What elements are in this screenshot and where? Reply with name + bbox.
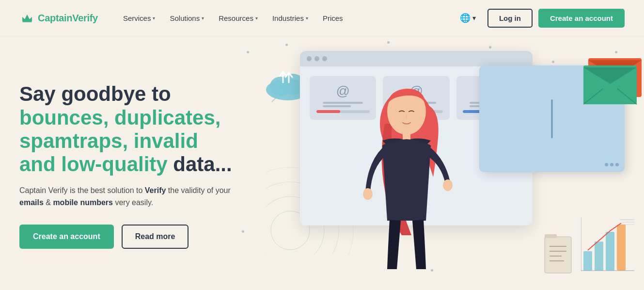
- hero-section: Say goodbye to bounces, duplicates, spam…: [0, 36, 644, 290]
- nav-prices[interactable]: Prices: [317, 10, 349, 26]
- hero-content: Say goodbye to bounces, duplicates, spam…: [19, 82, 233, 248]
- hero-desc-emails: emails: [19, 198, 44, 207]
- logo-icon: [19, 10, 35, 26]
- at-symbol-1: @: [336, 83, 349, 99]
- browser-dot-3: [322, 56, 327, 61]
- hero-desc-and: &: [44, 198, 53, 207]
- hero-title-line1: Say goodbye to: [19, 82, 171, 105]
- nav-services-label: Services: [123, 14, 151, 22]
- monitor-dot-2: [610, 163, 613, 166]
- header-left: CaptainVerify Services ▾ Solutions ▾ Res…: [19, 10, 349, 26]
- language-selector[interactable]: 🌐 ▾: [454, 9, 482, 27]
- browser-dot-2: [314, 56, 319, 61]
- deco-dot-5: [552, 61, 554, 63]
- svg-rect-18: [583, 251, 592, 271]
- login-button[interactable]: Log in: [487, 9, 533, 28]
- monitor-line: [551, 99, 553, 138]
- hero-title-line3: spamtraps, invalid: [19, 129, 198, 152]
- nav-resources-chevron: ▾: [255, 16, 258, 21]
- globe-icon: 🌐: [460, 13, 471, 23]
- progress-bar-1: [316, 110, 340, 113]
- nav-resources[interactable]: Resources ▾: [213, 10, 264, 26]
- hero-illustration: @ @: [237, 36, 644, 290]
- svg-rect-21: [617, 225, 626, 271]
- hero-title-line2: bounces, duplicates,: [19, 106, 220, 129]
- deco-dot-7: [242, 230, 244, 233]
- chart-illustration: [581, 217, 639, 275]
- browser-bar: [300, 51, 533, 66]
- hero-desc-mobile: mobile numbers: [53, 198, 113, 207]
- header-right: 🌐 ▾ Log in Create an account: [454, 9, 625, 28]
- lang-chevron: ▾: [472, 14, 476, 22]
- read-more-button[interactable]: Read more: [122, 225, 189, 249]
- hero-title-data: data...: [173, 153, 232, 176]
- svg-point-15: [443, 179, 453, 191]
- deco-dot-8: [431, 269, 433, 272]
- create-account-button-header[interactable]: Create an account: [538, 9, 625, 28]
- nav-solutions[interactable]: Solutions ▾: [164, 10, 210, 26]
- monitor-dot-3: [615, 163, 619, 166]
- nav-industries[interactable]: Industries ▾: [267, 10, 314, 26]
- document-illustration: [540, 232, 579, 280]
- svg-rect-0: [22, 21, 31, 22]
- logo[interactable]: CaptainVerify: [19, 10, 98, 26]
- nav-services-chevron: ▾: [153, 16, 155, 21]
- svg-point-14: [363, 188, 373, 200]
- monitor-dots: [605, 163, 619, 166]
- create-account-button-hero[interactable]: Create an account: [19, 225, 114, 249]
- deco-dot-4: [489, 46, 491, 48]
- nav-prices-label: Prices: [323, 14, 343, 22]
- svg-rect-27: [545, 237, 571, 273]
- hero-buttons: Create an account Read more: [19, 225, 233, 249]
- line-1b: [323, 105, 351, 107]
- nav-solutions-chevron: ▾: [202, 16, 204, 21]
- hero-desc-prefix: Captain Verify is the best solution to: [19, 186, 145, 194]
- nav-solutions-label: Solutions: [170, 14, 200, 22]
- deco-dot-3: [387, 41, 390, 44]
- monitor-dot-1: [605, 163, 608, 166]
- nav-resources-label: Resources: [219, 14, 253, 22]
- hero-desc-suffix: very easily.: [113, 198, 153, 207]
- site-header: CaptainVerify Services ▾ Solutions ▾ Res…: [0, 0, 644, 36]
- deco-dot-2: [285, 44, 288, 46]
- logo-text: CaptainVerify: [38, 13, 98, 24]
- svg-rect-32: [545, 234, 557, 238]
- nav-industries-label: Industries: [272, 14, 304, 22]
- nav-services[interactable]: Services ▾: [117, 10, 161, 26]
- nav-industries-chevron: ▾: [306, 16, 308, 21]
- envelope-illustration: [583, 46, 644, 109]
- hero-description: Captain Verify is the best solution to V…: [19, 184, 233, 209]
- svg-rect-20: [606, 232, 614, 271]
- deco-dot-1: [247, 51, 249, 53]
- main-nav: Services ▾ Solutions ▾ Resources ▾ Indus…: [117, 10, 349, 26]
- character-illustration: [348, 65, 460, 269]
- hero-desc-verify: Verify: [145, 186, 166, 194]
- svg-rect-19: [595, 242, 603, 271]
- browser-dot-1: [307, 56, 312, 61]
- hero-title-line4: and low-quality: [19, 153, 168, 176]
- hero-title: Say goodbye to bounces, duplicates, spam…: [19, 82, 233, 176]
- hero-desc-middle: the validity of your: [166, 186, 230, 194]
